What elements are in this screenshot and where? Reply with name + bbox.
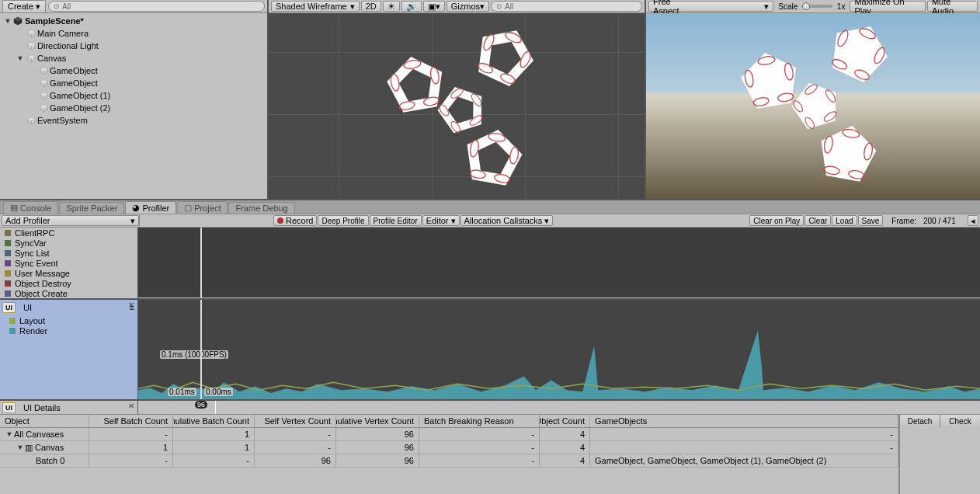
svg-marker-75 (815, 121, 880, 183)
game-view[interactable] (646, 13, 980, 199)
2d-toggle[interactable]: 2D (361, 1, 381, 12)
gizmos-dropdown[interactable]: Gizmos▾ (447, 1, 489, 12)
hierarchy-item[interactable]: GameObject (2) (0, 102, 267, 114)
item-label: GameObject (2) (50, 103, 110, 113)
tab-frame-debug[interactable]: Frame Debug (228, 202, 294, 214)
timeline-cursor[interactable] (200, 228, 202, 297)
record-icon (277, 217, 283, 224)
editor-dropdown[interactable]: Editor▾ (422, 215, 460, 226)
frame-prev-button[interactable]: ◂ (968, 215, 978, 226)
color-swatch (5, 270, 11, 277)
expand-icon[interactable]: ▼ (3, 17, 12, 25)
gameobject-icon (25, 28, 37, 39)
scene-search-input[interactable]: ⊙ All (491, 1, 642, 12)
expand-icon[interactable]: ▼ (16, 444, 25, 451)
col-reason[interactable]: Batch Breaking Reason (419, 415, 540, 427)
mute-toggle[interactable]: Mute Audio (927, 1, 978, 12)
fx-toggle[interactable]: ▣▾ (423, 1, 445, 12)
tab-console[interactable]: ▤Console (3, 201, 58, 214)
self-vert-cell: - (255, 441, 336, 454)
cum-vert-cell: 96 (336, 428, 419, 440)
tab-label: Project (194, 204, 221, 213)
ui-track-graph[interactable]: 0.1ms (10000FPS) 0.01ms 0.00ms (138, 300, 980, 399)
search-placeholder: All (502, 2, 513, 11)
profile-editor-toggle[interactable]: Profile Editor (370, 215, 422, 226)
hierarchy-item[interactable]: EventSystem (0, 114, 267, 127)
profiler-timeline-network[interactable] (138, 228, 980, 297)
tab-sprite-packer[interactable]: Sprite Packer (59, 202, 124, 214)
tab-project[interactable]: ▢Project (177, 201, 228, 214)
graph-scale-label: 0.1ms (10000FPS) (160, 350, 228, 359)
scene-row[interactable]: ▼ SampleScene* (0, 15, 267, 27)
profiler-category[interactable]: SyncVar (0, 238, 137, 248)
hierarchy-item[interactable]: GameObject (0, 64, 267, 77)
audio-toggle[interactable]: 🔊 (401, 1, 422, 12)
profiler-category[interactable]: User Message (0, 268, 137, 278)
frame-label: Frame: (888, 217, 919, 225)
col-self-vert[interactable]: Self Vertex Count (255, 415, 336, 427)
speaker-icon: 🔊 (406, 2, 417, 12)
gameobject-icon (25, 115, 37, 126)
hierarchy-item[interactable]: ▼Canvas (0, 52, 267, 64)
svg-marker-61 (738, 48, 802, 110)
add-profiler-label: Add Profiler (5, 216, 50, 225)
detach-button[interactable]: Detach (900, 415, 940, 428)
lighting-toggle[interactable]: ☀ (383, 1, 400, 12)
profiler-category[interactable]: Sync List (0, 248, 137, 258)
clear-on-play-button[interactable]: Clear on Play (749, 215, 804, 226)
folder-icon: ▢ (184, 203, 192, 213)
expand-icon[interactable]: ▼ (16, 54, 25, 62)
col-go-count[interactable]: GameObject Count (540, 415, 590, 427)
hierarchy-item[interactable]: GameObject (0, 77, 267, 89)
deep-profile-toggle[interactable]: Deep Profile (318, 215, 368, 226)
col-cum-vert[interactable]: Cumulative Vertex Count (336, 415, 419, 427)
color-swatch (5, 280, 11, 287)
col-gos[interactable]: GameObjects (590, 415, 898, 427)
alloc-label: Allocation Callstacks (464, 216, 543, 225)
add-profiler-dropdown[interactable]: Add Profiler▾ (2, 215, 139, 226)
profiler-category[interactable]: ClientRPC (0, 228, 137, 238)
table-row[interactable]: ▼All Canvases-1-96-4- (0, 428, 898, 441)
cum-vert-cell: 96 (336, 454, 419, 467)
category-label: SyncVar (15, 238, 47, 248)
item-label: GameObject (50, 66, 98, 75)
ui-details-graph[interactable]: 96 (138, 401, 980, 414)
hierarchy-search-input[interactable]: ⊙ All (48, 1, 265, 12)
item-label: GameObject (50, 78, 98, 88)
cum-batch-cell: 1 (173, 428, 255, 440)
table-row[interactable]: Batch 0--9696-4GameObject, GameObject, G… (0, 454, 898, 468)
profiler-category[interactable]: Object Create (0, 288, 137, 298)
frame-marker: 96 (195, 401, 207, 409)
save-button[interactable]: Save (858, 215, 884, 226)
ui-badge: UI (2, 402, 16, 413)
record-button[interactable]: Record (273, 215, 317, 226)
profiler-category[interactable]: Object Destroy (0, 278, 137, 288)
hierarchy-item[interactable]: Directional Light (0, 40, 267, 52)
close-icon[interactable]: ✕ (128, 402, 134, 410)
timeline-cursor[interactable] (200, 300, 202, 399)
shade-mode-dropdown[interactable]: Shaded Wireframe▾ (271, 1, 360, 12)
graph-cursor-label: 0.00ms (204, 388, 233, 396)
table-row[interactable]: ▼▥Canvas11-96-4- (0, 441, 898, 454)
ui-details-header: UI ✕ UI Details 96 (0, 399, 980, 414)
dropdown-icon: ▾ (350, 2, 355, 12)
check-button[interactable]: Check (940, 415, 980, 428)
expand-icon[interactable]: ▼ (5, 430, 14, 438)
tab-label: Profiler (142, 204, 169, 213)
table-header: Object Self Batch Count Cumulative Batch… (0, 415, 898, 428)
create-button[interactable]: Create ▾ (2, 0, 46, 13)
col-object[interactable]: Object (0, 415, 89, 427)
clear-button[interactable]: Clear (805, 215, 831, 226)
hierarchy-item[interactable]: Main Camera (0, 27, 267, 40)
scene-view[interactable] (269, 13, 645, 199)
col-cum-batch[interactable]: Cumulative Batch Count (173, 415, 255, 427)
hierarchy-item[interactable]: GameObject (1) (0, 89, 267, 102)
load-button[interactable]: Load (832, 215, 857, 226)
dropdown-icon: ▾ (544, 216, 549, 226)
alloc-callstacks-dropdown[interactable]: Allocation Callstacks▾ (460, 215, 554, 226)
profiler-category[interactable]: Sync Event (0, 258, 137, 268)
tab-profiler[interactable]: ◕Profiler (125, 201, 176, 214)
close-icon[interactable]: ✕ (128, 301, 134, 309)
color-swatch (5, 230, 11, 236)
col-self-batch[interactable]: Self Batch Count (89, 415, 173, 427)
